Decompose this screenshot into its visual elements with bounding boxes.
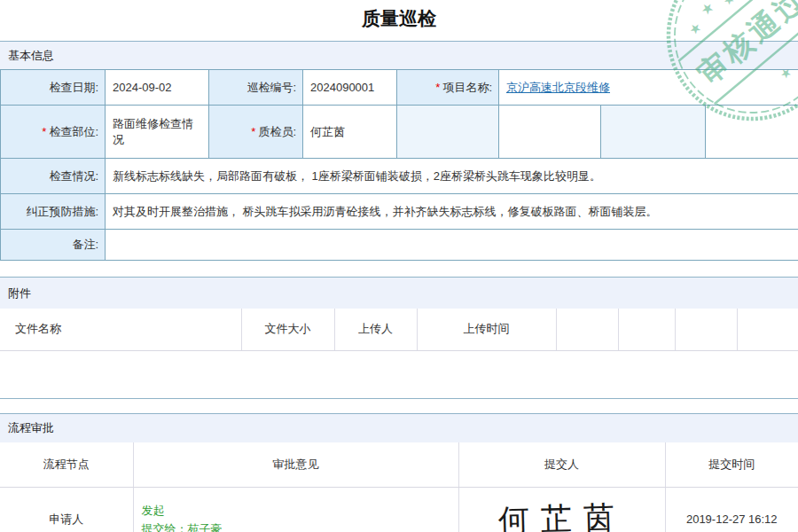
- approval-action-text: 发起: [142, 501, 455, 520]
- approval-header-row: 流程节点 审批意见 提交人 提交时间: [0, 442, 798, 488]
- required-marker: *: [42, 125, 46, 138]
- approval-table: 流程节点 审批意见 提交人 提交时间 申请人 发起 提交给：苑子豪 何芷茵 20…: [0, 442, 798, 532]
- table-row: *检查部位: 路面维修检查情况 *质检员: 何芷茵: [1, 106, 798, 159]
- project-name-label: *项目名称:: [397, 70, 499, 106]
- inspect-situation-value: 新线标志标线缺失，局部路面有破板， 1座桥梁桥面铺装破损，2座桥梁桥头跳车现象比…: [106, 159, 798, 194]
- corrective-action-label: 纠正预防措施:: [1, 194, 106, 230]
- approval-header-opinion: 审批意见: [133, 442, 458, 488]
- approval-opinion-cell: 发起 提交给：苑子豪: [133, 488, 458, 532]
- inspect-situation-label: 检查情况:: [1, 159, 106, 194]
- basic-info-table: 检查日期: 2024-09-02 巡检编号: 2024090001 *项目名称:…: [0, 69, 798, 261]
- approval-submit-to-text: 提交给：苑子豪: [142, 520, 455, 532]
- empty-value-cell: [499, 106, 601, 159]
- approval-header-submit-time: 提交时间: [665, 442, 798, 488]
- attachment-header-empty: [675, 309, 737, 350]
- attachment-header-empty: [618, 309, 675, 350]
- attachment-header-uploader: 上传人: [334, 309, 417, 350]
- submitter-signature: 何芷茵: [497, 497, 626, 532]
- patrol-no-label: 巡检编号:: [209, 70, 303, 106]
- inspect-part-value: 路面维修检查情况: [106, 106, 209, 159]
- inspector-label: *质检员:: [209, 106, 303, 159]
- approval-node-cell: 申请人: [0, 488, 133, 532]
- section-approval-flow: 流程审批 流程节点 审批意见 提交人 提交时间 申请人 发起 提交给：苑子豪 何…: [0, 413, 798, 532]
- empty-label-cell: [601, 106, 706, 159]
- attachments-empty-area: [0, 351, 798, 398]
- required-marker: *: [251, 125, 255, 138]
- table-row: 检查日期: 2024-09-02 巡检编号: 2024090001 *项目名称:…: [1, 70, 798, 106]
- table-row: 纠正预防措施: 对其及时开展整治措施， 桥头跳车拟采用沥青砼接线，并补齐缺失标志…: [1, 194, 798, 230]
- approval-signature-cell: 何芷茵: [458, 488, 665, 532]
- table-row: 检查情况: 新线标志标线缺失，局部路面有破板， 1座桥梁桥面铺装破损，2座桥梁桥…: [1, 159, 798, 194]
- inspect-date-label: 检查日期:: [1, 70, 106, 106]
- corrective-action-value: 对其及时开展整治措施， 桥头跳车拟采用沥青砼接线，并补齐缺失标志标线，修复破板路…: [106, 194, 798, 230]
- project-name-link[interactable]: 京沪高速北京段维修: [506, 81, 610, 94]
- attachment-header-file-size: 文件大小: [241, 309, 334, 350]
- inspect-part-label: *检查部位:: [1, 106, 106, 159]
- section-basic-info: 基本信息 检查日期: 2024-09-02 巡检编号: 2024090001 *…: [0, 41, 798, 261]
- approval-time-cell: 2019-12-27 16:12: [665, 488, 798, 532]
- approval-header-node: 流程节点: [0, 442, 133, 488]
- empty-value-cell: [706, 106, 798, 159]
- approval-header-submitter: 提交人: [458, 442, 665, 488]
- section-attachments: 附件 文件名称 文件大小 上传人 上传时间: [0, 277, 798, 399]
- table-row: 备注:: [1, 230, 798, 261]
- section-title-attachments: 附件: [0, 278, 798, 309]
- attachment-header-empty: [737, 309, 798, 350]
- section-title-approval-flow: 流程审批: [0, 414, 798, 442]
- required-marker: *: [435, 81, 440, 94]
- section-title-basic-info: 基本信息: [0, 42, 798, 69]
- approval-row-applicant: 申请人 发起 提交给：苑子豪 何芷茵 2019-12-27 16:12: [0, 488, 798, 532]
- attachment-header-upload-time: 上传时间: [417, 309, 556, 350]
- attachment-header-file-name: 文件名称: [0, 309, 241, 350]
- attachments-header-row: 文件名称 文件大小 上传人 上传时间: [0, 309, 798, 350]
- page-title: 质量巡检: [0, 0, 798, 41]
- remark-value: [106, 230, 798, 261]
- attachments-table: 文件名称 文件大小 上传人 上传时间: [0, 309, 798, 351]
- remark-label: 备注:: [1, 230, 106, 261]
- empty-label-cell: [397, 106, 499, 159]
- patrol-no-value: 2024090001: [303, 70, 397, 106]
- attachment-header-empty: [556, 309, 618, 350]
- project-name-cell: 京沪高速北京段维修: [499, 70, 798, 106]
- inspect-date-value: 2024-09-02: [106, 70, 209, 106]
- inspector-value: 何芷茵: [303, 106, 397, 159]
